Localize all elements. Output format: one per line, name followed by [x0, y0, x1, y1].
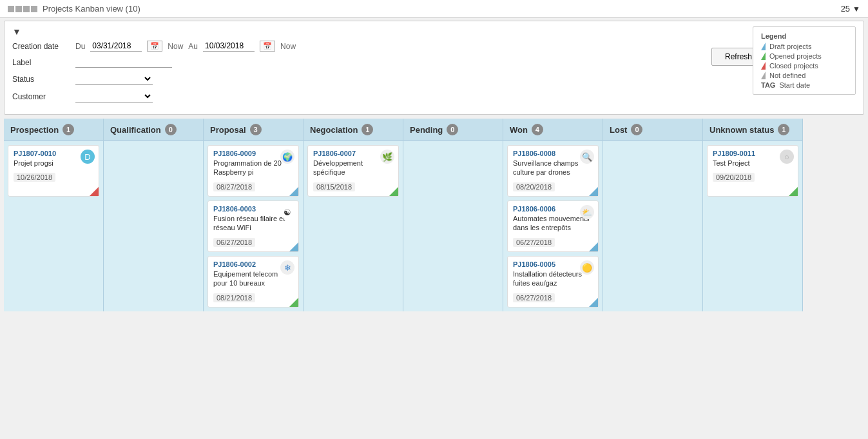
cards-unknown: PJ1809-0011 ○ Test Project 09/20/2018 [703, 141, 802, 200]
card-id: PJ1807-0010 [14, 150, 56, 157]
card-id: PJ1806-0005 [513, 260, 555, 268]
filter-row-customer: Customer [12, 90, 856, 102]
page-size-selector[interactable]: 25 ▼ [841, 4, 860, 14]
card-PJ1809-0011[interactable]: PJ1809-0011 ○ Test Project 09/20/2018 [707, 145, 798, 197]
customer-select[interactable] [75, 90, 153, 102]
card-avatar: ❄ [280, 260, 294, 275]
card-date: 06/27/2018 [513, 293, 555, 302]
notdefined-icon [761, 72, 766, 79]
card-date: 08/21/2018 [213, 293, 255, 302]
date-from-now-label: Now [168, 42, 183, 51]
card-date: 06/27/2018 [513, 238, 555, 247]
kanban-col-unknown: Unknown status1 PJ1809-0011 ○ Test Proje… [703, 119, 803, 311]
cards-prospection: PJ1807-0010 D Projet progsi 10/26/2018 [4, 141, 103, 200]
kanban-board: Prospection1 PJ1807-0010 D Projet progsi… [0, 119, 868, 318]
closed-label: Closed projects [769, 62, 818, 70]
draft-icon [761, 43, 766, 50]
cards-negociation: PJ1806-0007 🌿 Développement spécifique 0… [304, 141, 403, 200]
status-filter-label: Status [12, 75, 70, 84]
card-PJ1806-0002[interactable]: PJ1806-0002 ❄ Equipement telecom pour 10… [207, 256, 299, 307]
card-PJ1806-0007[interactable]: PJ1806-0007 🌿 Développement spécifique 0… [307, 145, 399, 197]
col-header-negociation: Negociation1 [304, 119, 403, 141]
kanban-col-qualification: Qualification0 [104, 119, 204, 311]
card-PJ1806-0009[interactable]: PJ1806-0009 🌍 Programmation de 20 Raspbe… [207, 145, 299, 197]
card-title: Programmation de 20 Raspberry pi [213, 159, 293, 177]
col-header-unknown: Unknown status1 [703, 119, 802, 141]
card-title: Surveillance champs culture par drones [513, 159, 593, 177]
opened-label: Opened projects [769, 52, 822, 60]
legend-tag-row: TAG Start date [761, 81, 847, 89]
col-label-pending: Pending [410, 125, 443, 135]
card-corner-indicator [90, 187, 99, 196]
notdefined-label: Not defined [769, 72, 805, 79]
cards-qualification [104, 141, 203, 149]
header-left: Projects Kanban view (10) [8, 4, 140, 14]
du-label: Du [75, 42, 85, 51]
col-badge-pending: 0 [447, 124, 458, 135]
card-title: Développement spécifique [313, 159, 393, 177]
card-id: PJ1809-0011 [713, 150, 755, 157]
filter-section: ▼ Creation date Du 📅 Now Au 📅 Now Label … [4, 21, 864, 115]
col-label-won: Won [510, 125, 528, 135]
card-PJ1806-0003[interactable]: PJ1806-0003 ☯ Fusion réseau filaire et r… [207, 200, 299, 252]
card-PJ1806-0005[interactable]: PJ1806-0005 🟡 Installation détecteurs fu… [507, 256, 599, 307]
cards-lost [603, 141, 702, 149]
col-badge-negociation: 1 [362, 124, 373, 135]
tag-label: TAG [761, 81, 775, 89]
kanban-col-proposal: Proposal3 PJ1806-0009 🌍 Programmation de… [204, 119, 304, 311]
legend-closed: Closed projects [761, 62, 847, 70]
card-corner-indicator [789, 187, 798, 196]
kanban-col-negociation: Negociation1 PJ1806-0007 🌿 Développement… [304, 119, 403, 311]
kanban-col-won: Won4 PJ1806-0008 🔍 Surveillance champs c… [503, 119, 603, 311]
card-date: 08/20/2018 [513, 182, 555, 191]
card-avatar: 🌍 [280, 150, 294, 164]
card-title: Installation détecteurs fuites eau/gaz [513, 269, 593, 288]
card-date: 08/15/2018 [313, 182, 355, 191]
card-avatar: ○ [780, 150, 794, 164]
col-badge-prospection: 1 [63, 124, 74, 135]
date-to-calendar-button[interactable]: 📅 [260, 41, 275, 52]
card-date: 08/27/2018 [213, 182, 255, 191]
status-select[interactable] [75, 73, 153, 85]
legend-opened: Opened projects [761, 52, 847, 60]
opened-icon [761, 52, 766, 60]
col-badge-proposal: 3 [250, 124, 262, 135]
col-badge-unknown: 1 [778, 124, 789, 135]
card-id: PJ1806-0008 [513, 150, 555, 157]
draft-label: Draft projects [769, 43, 811, 50]
card-avatar: ☯ [280, 205, 294, 219]
card-avatar: 🟡 [580, 260, 594, 275]
col-header-prospection: Prospection1 [4, 119, 103, 141]
legend-notdefined: Not defined [761, 72, 847, 79]
legend-draft: Draft projects [761, 43, 847, 50]
page-size-dropdown-icon[interactable]: ▼ [853, 5, 860, 14]
date-from-input[interactable] [90, 41, 142, 52]
card-title: Automates mouvements dans les entrepôts [513, 214, 593, 233]
card-avatar: D [81, 150, 95, 164]
closed-icon [761, 62, 766, 70]
card-corner-indicator [589, 242, 598, 251]
date-from-calendar-button[interactable]: 📅 [147, 41, 162, 52]
page-title: Projects Kanban view (10) [43, 4, 140, 14]
card-id: PJ1806-0006 [513, 205, 555, 213]
card-id: PJ1806-0009 [213, 150, 256, 157]
card-id: PJ1806-0002 [213, 260, 256, 268]
col-label-lost: Lost [610, 125, 627, 135]
card-PJ1806-0008[interactable]: PJ1806-0008 🔍 Surveillance champs cultur… [507, 145, 599, 197]
legend-title: Legend [761, 32, 847, 40]
card-PJ1806-0006[interactable]: PJ1806-0006 ⛅ Automates mouvements dans … [507, 200, 599, 252]
card-date: 09/20/2018 [713, 173, 755, 182]
card-PJ1807-0010[interactable]: PJ1807-0010 D Projet progsi 10/26/2018 [8, 145, 99, 197]
app-icon [8, 6, 37, 12]
kanban-col-prospection: Prospection1 PJ1807-0010 D Projet progsi… [4, 119, 104, 311]
page-size-value: 25 [841, 4, 850, 14]
card-corner-indicator [289, 298, 298, 307]
kanban-col-pending: Pending0 [403, 119, 503, 311]
label-input[interactable] [75, 57, 172, 68]
col-badge-lost: 0 [631, 124, 642, 135]
cards-pending [403, 141, 503, 149]
col-header-qualification: Qualification0 [104, 119, 203, 141]
date-to-input[interactable] [203, 41, 255, 52]
kanban-col-lost: Lost0 [603, 119, 703, 311]
au-label: Au [188, 42, 198, 51]
